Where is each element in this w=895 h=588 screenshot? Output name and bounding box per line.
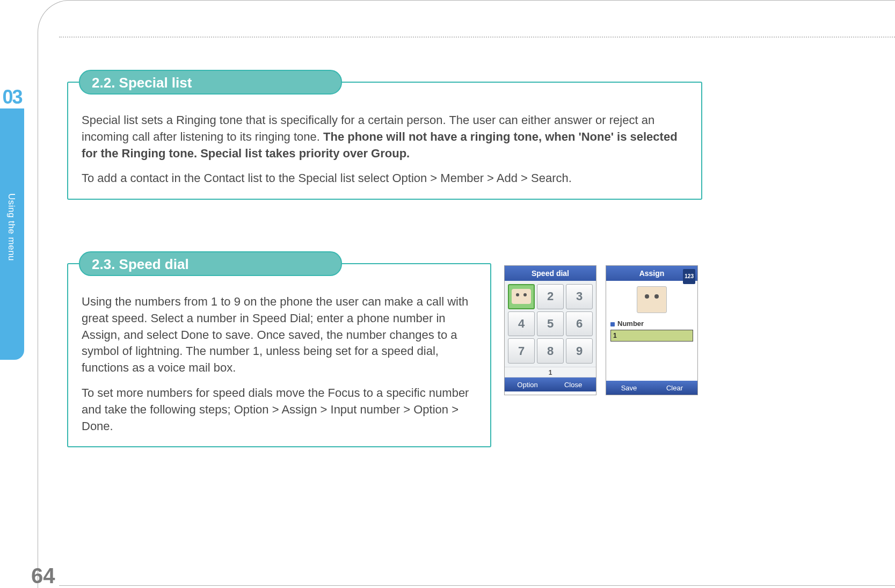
contact-avatar-icon xyxy=(637,286,667,313)
section-special-list-header: 2.2. Special list xyxy=(79,70,342,95)
phone-screenshot-speed-dial: Speed dial 2 3 4 5 6 7 8 9 1 Option Clos… xyxy=(504,265,596,395)
softkey-save[interactable]: Save xyxy=(606,381,652,395)
speed-dial-key-7[interactable]: 7 xyxy=(508,338,535,364)
contact-face-icon xyxy=(512,289,531,304)
speed-dial-key-4[interactable]: 4 xyxy=(508,311,535,337)
speed-dial-key-8[interactable]: 8 xyxy=(537,338,564,364)
section-speed-dial: 2.3. Speed dial Using the numbers from 1… xyxy=(67,263,491,447)
speed-dial-key-5[interactable]: 5 xyxy=(537,311,564,337)
speed-dial-key-1-selected[interactable] xyxy=(508,284,535,309)
footer-divider xyxy=(59,585,895,586)
section1-paragraph2: To add a contact in the Contact list to … xyxy=(82,170,688,187)
phone-title-assign: Assign 123 xyxy=(606,266,697,281)
assign-number-label: Number xyxy=(610,320,644,328)
softkey-option[interactable]: Option xyxy=(505,378,550,391)
phone-screenshot-assign: Assign 123 Number 1 Save Clear xyxy=(606,265,698,395)
header-divider-dotted xyxy=(59,37,895,38)
speed-dial-key-6[interactable]: 6 xyxy=(566,311,593,337)
assign-body: Number 1 xyxy=(606,281,697,381)
speed-dial-key-9[interactable]: 9 xyxy=(566,338,593,364)
section2-paragraph2: To set more numbers for speed dials move… xyxy=(82,385,477,434)
section-special-list: 2.2. Special list Special list sets a Ri… xyxy=(67,82,702,200)
speed-dial-status-bar: 1 xyxy=(505,367,596,378)
section1-paragraph1: Special list sets a Ringing tone that is… xyxy=(82,112,688,162)
assign-number-input[interactable]: 1 xyxy=(610,330,693,342)
section2-paragraph1: Using the numbers from 1 to 9 on the pho… xyxy=(82,294,477,376)
section-speed-dial-header: 2.3. Speed dial xyxy=(79,251,342,276)
phone-title-speed-dial: Speed dial xyxy=(505,266,596,281)
softkey-clear[interactable]: Clear xyxy=(652,381,697,395)
chapter-number: 03 xyxy=(0,86,24,108)
assign-title-text: Assign xyxy=(639,269,665,278)
assign-softkeys: Save Clear xyxy=(606,381,697,395)
speed-dial-softkeys: Option Close xyxy=(505,378,596,391)
chapter-label: Using the menu xyxy=(6,193,17,261)
page-number: 64 xyxy=(31,564,55,588)
speed-dial-key-2[interactable]: 2 xyxy=(537,284,564,309)
speed-dial-key-3[interactable]: 3 xyxy=(566,284,593,309)
input-mode-indicator: 123 xyxy=(683,269,695,284)
softkey-close[interactable]: Close xyxy=(550,378,596,391)
speed-dial-keypad: 2 3 4 5 6 7 8 9 xyxy=(505,281,596,367)
